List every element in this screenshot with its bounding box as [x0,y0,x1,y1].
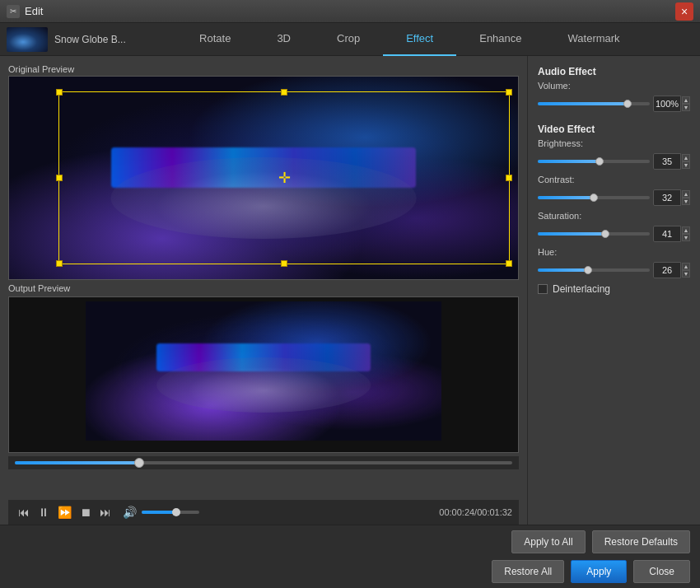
stop-button[interactable]: ⏹ [77,504,95,520]
saturation-value: 41 [653,226,681,242]
volume-track[interactable] [142,511,199,514]
progress-fill [15,461,139,464]
skip-to-start-button[interactable]: ⏮ [15,504,33,520]
volume-spinbox[interactable]: 100% ▲ ▼ [653,96,690,112]
contrast-spinbox[interactable]: 32 ▲ ▼ [653,189,690,206]
brightness-thumb[interactable] [595,157,604,166]
edit-window: ✂ Edit × Snow Globe B... Rotate 3D Crop … [0,0,700,588]
hue-track[interactable] [538,268,650,272]
brightness-down[interactable]: ▼ [682,161,690,169]
restore-all-button[interactable]: Restore All [492,560,564,583]
saturation-arrows[interactable]: ▲ ▼ [682,226,690,241]
contrast-label-row: Contrast: [538,175,690,184]
deinterlacing-checkbox[interactable] [538,284,548,294]
saturation-slider-row: 41 ▲ ▼ [538,226,690,242]
hue-down[interactable]: ▼ [682,270,690,278]
progress-bar-container [8,456,519,469]
tab-crop[interactable]: Crop [314,23,383,56]
video-section-title: Video Effect [538,124,690,135]
primary-actions-row: Restore All Apply Close [0,555,700,588]
contrast-label: Contrast: [538,175,595,184]
saturation-up[interactable]: ▲ [682,226,690,234]
contrast-down[interactable]: ▼ [682,198,690,205]
preview-area: Original Preview [0,56,527,525]
output-bowl [156,357,371,413]
output-preview-section: Output Preview [8,283,519,453]
output-preview-label: Output Preview [8,283,519,293]
output-video-bg [86,301,442,441]
apply-to-all-button[interactable]: Apply to All [511,530,585,553]
close-button[interactable]: Close [633,560,690,583]
app-icon: ✂ [7,5,20,18]
contrast-up[interactable]: ▲ [682,190,690,198]
contrast-value: 32 [653,189,681,206]
brightness-spinbox[interactable]: 35 ▲ ▼ [653,153,690,170]
hue-spinbox[interactable]: 26 ▲ ▼ [653,262,690,278]
hue-thumb[interactable] [584,266,592,274]
hue-up[interactable]: ▲ [682,263,690,270]
hue-slider-row: 26 ▲ ▼ [538,262,690,278]
contrast-thumb[interactable] [590,194,598,202]
output-preview [8,296,519,453]
close-window-button[interactable]: × [675,2,693,21]
audio-effect-section: Audio Effect Volume: 100% ▲ ▼ [538,66,690,117]
volume-value: 100% [653,96,681,112]
saturation-track[interactable] [538,232,650,236]
contrast-slider-row: 32 ▲ ▼ [538,189,690,206]
hue-arrows[interactable]: ▲ ▼ [682,263,690,278]
hue-label: Hue: [538,247,595,257]
volume-slider-thumb[interactable] [623,100,632,108]
volume-arrows[interactable]: ▲ ▼ [682,96,690,111]
video-effect-section: Video Effect Brightness: 35 ▲ ▼ [538,124,690,295]
volume-slider-row: 100% ▲ ▼ [538,96,690,112]
brightness-up[interactable]: ▲ [682,154,690,161]
output-video-inner [86,301,442,441]
tab-effect[interactable]: Effect [383,23,456,56]
deinterlacing-row: Deinterlacing [538,283,690,295]
tab-rotate[interactable]: Rotate [176,23,254,56]
volume-up[interactable]: ▲ [682,96,690,104]
deinterlacing-label: Deinterlacing [553,283,610,295]
brightness-arrows[interactable]: ▲ ▼ [682,154,690,169]
play-pause-button[interactable]: ⏸ [35,504,53,520]
window-title: Edit [25,5,43,17]
audio-section-title: Audio Effect [538,66,690,77]
time-display: 00:00:24/00:01:32 [439,507,512,517]
hue-fill [538,268,588,272]
brightness-fill [538,160,600,163]
tab-watermark[interactable]: Watermark [545,23,643,56]
brightness-track[interactable] [538,160,650,163]
fast-forward-button[interactable]: ⏩ [54,504,75,520]
brightness-value: 35 [653,153,681,170]
progress-thumb[interactable] [134,458,144,468]
brightness-slider-row: 35 ▲ ▼ [538,153,690,170]
restore-defaults-button[interactable]: Restore Defaults [592,530,690,553]
contrast-track[interactable] [538,196,650,199]
hue-label-row: Hue: [538,247,690,257]
contrast-arrows[interactable]: ▲ ▼ [682,190,690,205]
right-panel: Audio Effect Volume: 100% ▲ ▼ [527,56,700,525]
tab-enhance[interactable]: Enhance [456,23,544,56]
volume-down[interactable]: ▼ [682,104,690,111]
secondary-actions-row: Apply to All Restore Defaults [0,525,700,555]
saturation-thumb[interactable] [601,230,609,238]
saturation-fill [538,232,605,236]
tab-3d[interactable]: 3D [254,23,314,56]
file-name: Snow Globe B... [54,34,126,45]
tabs-bar: Rotate 3D Crop Effect Enhance Watermark [126,23,693,56]
hue-value: 26 [653,262,681,278]
saturation-label-row: Saturation: [538,211,690,221]
original-preview-section: Original Preview [8,64,519,280]
volume-slider-track[interactable] [538,102,650,105]
saturation-down[interactable]: ▼ [682,234,690,241]
original-video-bg [9,77,518,279]
main-content: Original Preview [0,56,700,525]
progress-track[interactable] [15,461,512,464]
volume-label: Volume: [538,81,595,91]
saturation-spinbox[interactable]: 41 ▲ ▼ [653,226,690,242]
volume-thumb[interactable] [172,508,180,516]
skip-to-end-button[interactable]: ⏭ [96,504,114,520]
bowl-shape [111,157,417,238]
volume-row: Volume: [538,81,690,91]
apply-button[interactable]: Apply [571,560,627,583]
